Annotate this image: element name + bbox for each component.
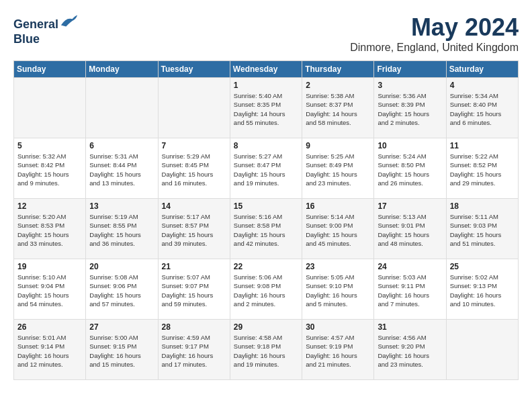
header-cell-sunday: Sunday [14, 61, 86, 78]
logo-icon [60, 13, 79, 28]
cell-info: Sunrise: 4:59 AM Sunset: 9:17 PM Dayligh… [162, 333, 226, 369]
cell-info: Sunrise: 5:16 AM Sunset: 8:58 PM Dayligh… [234, 212, 298, 248]
calendar-cell: 19Sunrise: 5:10 AM Sunset: 9:04 PM Dayli… [14, 259, 86, 320]
cell-info: Sunrise: 5:02 AM Sunset: 9:13 PM Dayligh… [450, 273, 515, 308]
day-number: 12 [17, 201, 82, 211]
cell-info: Sunrise: 5:31 AM Sunset: 8:44 PM Dayligh… [89, 152, 154, 187]
cell-info: Sunrise: 5:32 AM Sunset: 8:42 PM Dayligh… [17, 152, 82, 187]
cell-info: Sunrise: 5:29 AM Sunset: 8:45 PM Dayligh… [162, 152, 226, 187]
calendar-cell: 17Sunrise: 5:13 AM Sunset: 9:01 PM Dayli… [374, 199, 446, 259]
day-number: 9 [306, 141, 370, 150]
calendar-week-1: 1Sunrise: 5:40 AM Sunset: 8:35 PM Daylig… [14, 78, 519, 138]
calendar-cell: 21Sunrise: 5:07 AM Sunset: 9:07 PM Dayli… [158, 259, 230, 320]
calendar-cell: 11Sunrise: 5:22 AM Sunset: 8:52 PM Dayli… [446, 138, 518, 199]
calendar-week-4: 19Sunrise: 5:10 AM Sunset: 9:04 PM Dayli… [14, 259, 519, 320]
cell-info: Sunrise: 5:03 AM Sunset: 9:11 PM Dayligh… [378, 273, 442, 308]
cell-info: Sunrise: 5:19 AM Sunset: 8:55 PM Dayligh… [89, 212, 154, 248]
day-number: 21 [162, 262, 226, 271]
calendar-cell: 12Sunrise: 5:20 AM Sunset: 8:53 PM Dayli… [14, 199, 86, 259]
calendar-cell: 1Sunrise: 5:40 AM Sunset: 8:35 PM Daylig… [230, 78, 302, 138]
subtitle: Dinmore, England, United Kingdom [350, 42, 519, 54]
day-number: 25 [450, 262, 515, 271]
day-number: 31 [378, 322, 442, 332]
day-number: 4 [450, 81, 515, 90]
calendar-cell [86, 78, 158, 138]
day-number: 29 [234, 322, 298, 332]
calendar-cell: 23Sunrise: 5:05 AM Sunset: 9:10 PM Dayli… [302, 259, 374, 320]
day-number: 16 [306, 201, 370, 211]
day-number: 18 [450, 201, 515, 211]
calendar-cell: 2Sunrise: 5:38 AM Sunset: 8:37 PM Daylig… [302, 78, 374, 138]
calendar-table: SundayMondayTuesdayWednesdayThursdayFrid… [13, 60, 519, 380]
cell-info: Sunrise: 5:34 AM Sunset: 8:40 PM Dayligh… [450, 91, 515, 127]
logo: General Blue [13, 13, 79, 46]
day-number: 19 [17, 262, 82, 271]
calendar-week-5: 26Sunrise: 5:01 AM Sunset: 9:14 PM Dayli… [14, 320, 519, 380]
day-number: 10 [378, 141, 442, 150]
day-number: 22 [234, 262, 298, 271]
day-number: 15 [234, 201, 298, 211]
day-number: 20 [89, 262, 154, 271]
logo-text: General Blue [13, 13, 79, 46]
cell-info: Sunrise: 5:22 AM Sunset: 8:52 PM Dayligh… [450, 152, 515, 187]
calendar-body: 1Sunrise: 5:40 AM Sunset: 8:35 PM Daylig… [14, 78, 519, 380]
logo-line1: General [13, 17, 58, 31]
header-cell-friday: Friday [374, 61, 446, 78]
calendar-cell: 26Sunrise: 5:01 AM Sunset: 9:14 PM Dayli… [14, 320, 86, 380]
header-cell-wednesday: Wednesday [230, 61, 302, 78]
cell-info: Sunrise: 5:07 AM Sunset: 9:07 PM Dayligh… [162, 273, 226, 308]
header-cell-thursday: Thursday [302, 61, 374, 78]
calendar-cell: 4Sunrise: 5:34 AM Sunset: 8:40 PM Daylig… [446, 78, 518, 138]
calendar-cell: 28Sunrise: 4:59 AM Sunset: 9:17 PM Dayli… [158, 320, 230, 380]
cell-info: Sunrise: 5:01 AM Sunset: 9:14 PM Dayligh… [17, 333, 82, 369]
day-number: 8 [234, 141, 298, 150]
calendar-header-row: SundayMondayTuesdayWednesdayThursdayFrid… [14, 61, 519, 78]
cell-info: Sunrise: 5:13 AM Sunset: 9:01 PM Dayligh… [378, 212, 442, 248]
cell-info: Sunrise: 5:05 AM Sunset: 9:10 PM Dayligh… [306, 273, 370, 308]
cell-info: Sunrise: 5:17 AM Sunset: 8:57 PM Dayligh… [162, 212, 226, 248]
cell-info: Sunrise: 5:36 AM Sunset: 8:39 PM Dayligh… [378, 91, 442, 127]
main-title: May 2024 [350, 13, 519, 42]
cell-info: Sunrise: 4:56 AM Sunset: 9:20 PM Dayligh… [378, 333, 442, 369]
day-number: 26 [17, 322, 82, 332]
calendar-cell: 9Sunrise: 5:25 AM Sunset: 8:49 PM Daylig… [302, 138, 374, 199]
day-number: 1 [234, 81, 298, 90]
header-cell-tuesday: Tuesday [158, 61, 230, 78]
calendar-cell: 6Sunrise: 5:31 AM Sunset: 8:44 PM Daylig… [86, 138, 158, 199]
calendar-cell [158, 78, 230, 138]
cell-info: Sunrise: 5:25 AM Sunset: 8:49 PM Dayligh… [306, 152, 370, 187]
calendar-cell: 13Sunrise: 5:19 AM Sunset: 8:55 PM Dayli… [86, 199, 158, 259]
day-number: 23 [306, 262, 370, 271]
cell-info: Sunrise: 5:00 AM Sunset: 9:15 PM Dayligh… [89, 333, 154, 369]
calendar-cell [446, 320, 518, 380]
calendar-cell: 25Sunrise: 5:02 AM Sunset: 9:13 PM Dayli… [446, 259, 518, 320]
calendar-week-2: 5Sunrise: 5:32 AM Sunset: 8:42 PM Daylig… [14, 138, 519, 199]
cell-info: Sunrise: 5:11 AM Sunset: 9:03 PM Dayligh… [450, 212, 515, 248]
day-number: 28 [162, 322, 226, 332]
day-number: 24 [378, 262, 442, 271]
cell-info: Sunrise: 5:10 AM Sunset: 9:04 PM Dayligh… [17, 273, 82, 308]
cell-info: Sunrise: 5:27 AM Sunset: 8:47 PM Dayligh… [234, 152, 298, 187]
calendar-cell: 31Sunrise: 4:56 AM Sunset: 9:20 PM Dayli… [374, 320, 446, 380]
calendar-cell: 15Sunrise: 5:16 AM Sunset: 8:58 PM Dayli… [230, 199, 302, 259]
day-number: 13 [89, 201, 154, 211]
day-number: 27 [89, 322, 154, 332]
day-number: 6 [89, 141, 154, 150]
day-number: 30 [306, 322, 370, 332]
cell-info: Sunrise: 5:38 AM Sunset: 8:37 PM Dayligh… [306, 91, 370, 127]
calendar-cell: 30Sunrise: 4:57 AM Sunset: 9:19 PM Dayli… [302, 320, 374, 380]
day-number: 5 [17, 141, 82, 150]
cell-info: Sunrise: 5:24 AM Sunset: 8:50 PM Dayligh… [378, 152, 442, 187]
calendar-cell: 8Sunrise: 5:27 AM Sunset: 8:47 PM Daylig… [230, 138, 302, 199]
cell-info: Sunrise: 5:20 AM Sunset: 8:53 PM Dayligh… [17, 212, 82, 248]
calendar-cell: 10Sunrise: 5:24 AM Sunset: 8:50 PM Dayli… [374, 138, 446, 199]
cell-info: Sunrise: 4:58 AM Sunset: 9:18 PM Dayligh… [234, 333, 298, 369]
calendar-cell: 7Sunrise: 5:29 AM Sunset: 8:45 PM Daylig… [158, 138, 230, 199]
logo-line2: Blue [13, 32, 40, 46]
day-number: 2 [306, 81, 370, 90]
calendar-cell: 29Sunrise: 4:58 AM Sunset: 9:18 PM Dayli… [230, 320, 302, 380]
calendar-cell: 20Sunrise: 5:08 AM Sunset: 9:06 PM Dayli… [86, 259, 158, 320]
header-cell-saturday: Saturday [446, 61, 518, 78]
calendar-cell: 3Sunrise: 5:36 AM Sunset: 8:39 PM Daylig… [374, 78, 446, 138]
cell-info: Sunrise: 5:08 AM Sunset: 9:06 PM Dayligh… [89, 273, 154, 308]
